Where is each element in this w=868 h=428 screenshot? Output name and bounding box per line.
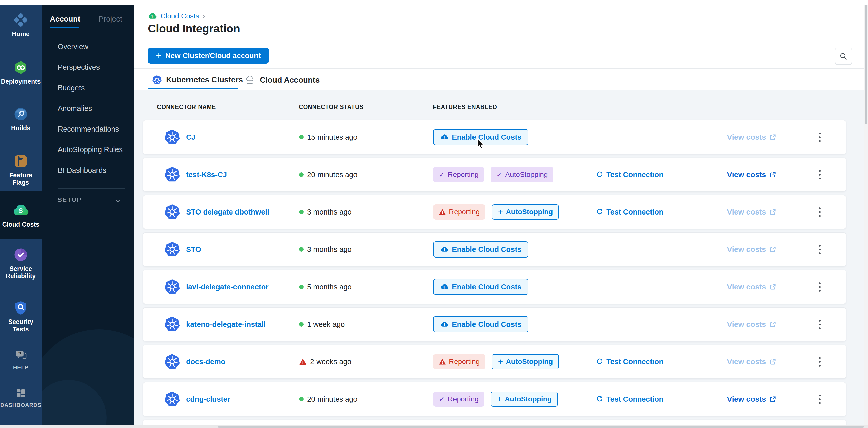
features-enabled-cell: Reporting+AutoStopping xyxy=(433,345,559,378)
status-text: 5 months ago xyxy=(307,283,352,291)
view-costs-label: View costs xyxy=(727,170,766,179)
row-menu-kebab[interactable] xyxy=(814,233,825,266)
status-text: 20 minutes ago xyxy=(307,395,357,403)
breadcrumb-cloud-costs-link[interactable]: Cloud Costs xyxy=(160,12,199,20)
rail-label: DASHBOARDS xyxy=(0,402,41,408)
connector-name-link[interactable]: STO xyxy=(186,233,201,266)
view-costs-link[interactable]: View costs xyxy=(727,383,776,416)
rail-item-deployments[interactable]: Deployments xyxy=(0,60,41,85)
horizontal-scrollbar-thumb[interactable] xyxy=(218,426,864,428)
sidebar-item-anomalies[interactable]: Anomalies xyxy=(58,104,92,112)
kubernetes-icon xyxy=(164,158,181,191)
sidebar-item-autostopping-rules[interactable]: AutoStopping Rules xyxy=(58,145,123,154)
connector-name-link[interactable]: kateno-delegate-install xyxy=(186,307,266,341)
status-warning-icon xyxy=(299,358,307,365)
view-costs-label: View costs xyxy=(727,245,766,254)
search-button[interactable] xyxy=(835,47,852,65)
check-icon: ✓ xyxy=(439,395,445,403)
status-ok-dot xyxy=(299,210,304,214)
feature-chip-enabled: ✓Reporting xyxy=(433,167,484,182)
cloud-accounts-icon xyxy=(245,75,256,86)
row-menu-kebab[interactable] xyxy=(814,121,825,154)
test-connection-link[interactable]: Test Connection xyxy=(596,158,663,191)
test-connection-link[interactable]: Test Connection xyxy=(596,195,663,229)
row-menu-kebab[interactable] xyxy=(814,270,825,303)
sidebar-item-budgets[interactable]: Budgets xyxy=(58,84,85,92)
divider xyxy=(134,38,864,38)
svg-text:$: $ xyxy=(19,207,23,214)
test-connection-link[interactable]: Test Connection xyxy=(596,345,663,378)
sidebar-item-perspectives[interactable]: Perspectives xyxy=(58,63,100,71)
connector-name-link[interactable]: cdng-cluster xyxy=(186,383,230,416)
new-cluster-cloud-account-button[interactable]: + New Cluster/Cloud account xyxy=(148,47,269,64)
view-costs-label: View costs xyxy=(727,208,766,216)
module-rail: Home Deployments Builds Feature Flags xyxy=(0,5,41,425)
row-menu-kebab[interactable] xyxy=(814,307,825,341)
vertical-scrollbar-thumb[interactable] xyxy=(865,5,867,124)
status-ok-dot xyxy=(299,397,304,401)
tab-project[interactable]: Project xyxy=(98,15,122,23)
view-costs-link[interactable]: View costs xyxy=(727,345,776,378)
cloud-dollar-icon xyxy=(440,283,448,291)
setup-section-toggle[interactable]: SETUP xyxy=(58,196,82,203)
feature-chip-error: Reporting xyxy=(433,354,485,369)
table-row: lavi-delegate-connector 5 months ago Ena… xyxy=(143,270,846,304)
rail-item-home[interactable]: Home xyxy=(0,12,41,38)
connector-name-link[interactable]: test-K8s-CJ xyxy=(186,158,227,191)
rail-label: HELP xyxy=(13,364,29,370)
connector-name-link[interactable]: CJ xyxy=(186,121,195,154)
sidebar-item-overview[interactable]: Overview xyxy=(58,42,88,51)
connector-status: 15 minutes ago xyxy=(299,121,357,154)
connector-status: 20 minutes ago xyxy=(299,383,357,416)
connector-name-link[interactable]: STO delegate dbothwell xyxy=(186,195,269,229)
rail-item-security-tests[interactable]: Security Tests xyxy=(0,300,41,333)
view-costs-link[interactable]: View costs xyxy=(727,121,776,154)
horizontal-scrollbar[interactable] xyxy=(0,425,868,428)
rail-label: Cloud Costs xyxy=(2,221,39,228)
view-costs-link[interactable]: View costs xyxy=(727,307,776,341)
view-costs-link[interactable]: View costs xyxy=(727,158,776,191)
row-menu-kebab[interactable] xyxy=(814,383,825,416)
connector-name-link[interactable]: docs-demo xyxy=(186,345,225,378)
enable-cloud-costs-button[interactable]: Enable Cloud Costs xyxy=(433,316,528,332)
rail-label: Feature Flags xyxy=(4,171,37,186)
enable-cloud-costs-button[interactable]: Enable Cloud Costs xyxy=(433,279,528,295)
test-connection-link[interactable]: Test Connection xyxy=(596,383,663,416)
row-menu-kebab[interactable] xyxy=(814,345,825,378)
window-top-strip xyxy=(0,0,868,5)
rail-item-cloud-costs[interactable]: $ Cloud Costs xyxy=(0,191,41,239)
connector-name-link[interactable]: lavi-delegate-connector xyxy=(186,270,269,303)
add-autostopping-button[interactable]: +AutoStopping xyxy=(491,392,558,407)
tab-kubernetes-clusters[interactable]: Kubernetes Clusters xyxy=(152,75,243,85)
enable-cloud-costs-button[interactable]: Enable Cloud Costs xyxy=(433,241,528,258)
enable-cloud-costs-button[interactable]: Enable Cloud Costs xyxy=(433,129,528,145)
tab-account[interactable]: Account xyxy=(50,15,80,23)
sidebar-item-bi-dashboards[interactable]: BI Dashboards xyxy=(58,166,106,174)
rail-item-feature-flags[interactable]: Feature Flags xyxy=(0,153,41,186)
rail-item-builds[interactable]: Builds xyxy=(0,106,41,132)
status-text: 3 months ago xyxy=(307,245,352,254)
view-costs-link[interactable]: View costs xyxy=(727,195,776,229)
feature-flags-icon xyxy=(13,153,29,169)
rail-item-dashboards[interactable]: DASHBOARDS xyxy=(0,387,41,408)
view-costs-link[interactable]: View costs xyxy=(727,270,776,303)
features-enabled-cell: Reporting+AutoStopping xyxy=(433,195,559,229)
chevron-down-icon[interactable] xyxy=(114,197,121,204)
vertical-scrollbar[interactable] xyxy=(864,5,868,425)
add-autostopping-button[interactable]: +AutoStopping xyxy=(492,204,559,220)
table-row: STO 3 months ago Enable Cloud Costs Test… xyxy=(143,232,846,266)
rail-item-help[interactable]: ? HELP xyxy=(0,349,41,370)
add-autostopping-button[interactable]: +AutoStopping xyxy=(492,354,559,369)
refresh-icon xyxy=(596,395,603,403)
tab-cloud-accounts[interactable]: Cloud Accounts xyxy=(245,75,320,86)
sidebar-item-recommendations[interactable]: Recommendations xyxy=(58,125,119,133)
column-header-connector-status: CONNECTOR STATUS xyxy=(299,104,364,110)
status-text: 2 weeks ago xyxy=(310,358,351,366)
rail-item-service-reliability[interactable]: Service Reliability xyxy=(0,247,41,280)
view-costs-link[interactable]: View costs xyxy=(727,233,776,266)
row-menu-kebab[interactable] xyxy=(814,195,825,229)
features-enabled-cell: Enable Cloud Costs xyxy=(433,121,528,154)
row-menu-kebab[interactable] xyxy=(814,158,825,191)
rail-label: Builds xyxy=(11,125,30,132)
column-header-features-enabled: FEATURES ENABLED xyxy=(433,104,497,110)
